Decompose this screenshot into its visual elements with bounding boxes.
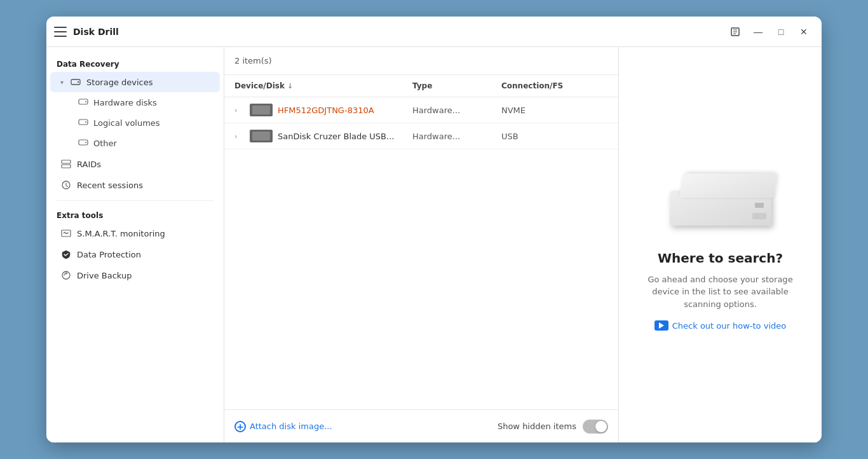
logical-volumes-label: Logical volumes [93,118,160,128]
right-panel-description: Go ahead and choose your storage device … [634,273,806,311]
sidebar-item-other[interactable]: Other [50,134,220,153]
svg-point-11 [85,142,86,143]
smart-icon [60,228,72,239]
bottom-bar: + Attach disk image... Show hidden items [224,409,618,442]
attach-label: Attach disk image... [250,421,332,431]
row-name-1: › HFM512GDJTNG-8310A [234,104,412,116]
sidebar-item-hardware-disks[interactable]: Hardware disks [50,93,220,113]
svg-point-5 [78,81,79,83]
minimize-button[interactable]: — [748,22,768,42]
disk-icon-2 [250,130,273,142]
svg-point-9 [85,121,86,123]
raids-icon [60,158,72,170]
maximize-button[interactable]: □ [771,22,791,42]
show-hidden-items: Show hidden items [498,420,608,434]
content-header: 2 item(s) [224,47,618,75]
hdd-illustration-container [663,159,778,235]
smart-monitoring-label: S.M.A.R.T. monitoring [77,229,165,238]
title-bar-controls: — □ ✕ [725,22,814,42]
video-link-label: Check out our how-to video [672,321,786,331]
toggle-knob [595,421,607,432]
sidebar-item-drive-backup[interactable]: Drive Backup [50,265,220,285]
hardware-disk-icon [78,97,88,109]
data-protection-label: Data Protection [77,250,141,259]
col-type: Type [412,80,501,92]
row-name-2: › SanDisk Cruzer Blade USB... [234,130,412,142]
sidebar-separator [57,200,214,201]
recent-sessions-icon [60,179,72,191]
sidebar-item-recent-sessions[interactable]: Recent sessions [50,175,220,195]
hamburger-menu-icon[interactable] [54,27,67,37]
sidebar-item-logical-volumes[interactable]: Logical volumes [50,113,220,133]
row-type-1: Hardware... [412,106,501,115]
logical-volume-icon [78,117,88,129]
video-play-icon [654,320,668,331]
table-row[interactable]: › SanDisk Cruzer Blade USB... Hardware..… [224,123,618,149]
drive-backup-icon [60,270,72,281]
expand-icon-2[interactable]: › [234,132,245,140]
close-button[interactable]: ✕ [794,22,814,42]
table-header: Device/Disk ↓ Type Connection/FS Capacit… [224,75,618,97]
main-content: Data Recovery ▾ Storage devices [46,47,822,442]
hardware-disks-label: Hardware disks [93,98,157,107]
svg-rect-12 [62,160,71,163]
right-panel-title: Where to search? [658,250,783,266]
attach-disk-image-link[interactable]: + Attach disk image... [234,421,332,432]
sidebar-item-storage-devices[interactable]: ▾ Storage devices [50,72,220,92]
attach-icon: + [234,421,246,432]
drive-backup-label: Drive Backup [77,271,132,280]
svg-rect-13 [62,165,71,168]
storage-devices-label: Storage devices [86,78,153,87]
content-area: 2 item(s) Device/Disk ↓ Type Connection/… [224,47,618,442]
row-connection-2: USB [501,132,618,141]
app-title: Disk Drill [73,27,119,37]
hdd-illustration [670,168,771,226]
app-window: Disk Drill — □ ✕ Data Recovery ▾ [46,17,822,442]
row-type-2: Hardware... [412,132,501,141]
sidebar-item-raids[interactable]: RAIDs [50,154,220,174]
book-button[interactable] [725,22,745,42]
hidden-items-toggle[interactable] [583,420,608,434]
data-protection-icon [60,249,72,260]
col-connection-fs: Connection/FS [501,80,618,92]
drive-icon [70,76,81,88]
sidebar-section-data-recovery: Data Recovery [46,55,224,71]
sidebar-section-extra-tools: Extra tools [46,206,224,223]
sidebar-item-smart-monitoring[interactable]: S.M.A.R.T. monitoring [50,223,220,243]
sort-icon: ↓ [287,82,293,90]
device-table: Device/Disk ↓ Type Connection/FS Capacit… [224,75,618,409]
title-bar-left: Disk Drill [54,27,725,37]
recent-sessions-label: Recent sessions [77,181,143,190]
raids-label: RAIDs [77,160,101,169]
device-name-1: HFM512GDJTNG-8310A [278,106,374,115]
disk-icon-1 [250,104,273,116]
other-icon [78,137,88,149]
items-count: 2 item(s) [234,56,272,65]
hidden-items-label: Show hidden items [498,421,576,431]
row-connection-1: NVME [501,106,618,115]
device-name-2: SanDisk Cruzer Blade USB... [278,132,394,141]
right-panel: Where to search? Go ahead and choose you… [618,47,822,442]
sidebar-item-data-protection[interactable]: Data Protection [50,244,220,264]
other-label: Other [93,139,117,148]
svg-line-18 [66,233,67,234]
svg-point-7 [85,101,86,102]
sidebar: Data Recovery ▾ Storage devices [46,47,224,442]
table-row[interactable]: › HFM512GDJTNG-8310A Hardware... NVME 47… [224,97,618,123]
title-bar: Disk Drill — □ ✕ [46,17,822,47]
how-to-video-link[interactable]: Check out our how-to video [654,320,786,331]
svg-line-19 [67,233,69,233]
expand-icon-1[interactable]: › [234,106,245,114]
col-device-disk: Device/Disk ↓ [234,80,412,92]
chevron-down-icon: ▾ [60,79,64,86]
